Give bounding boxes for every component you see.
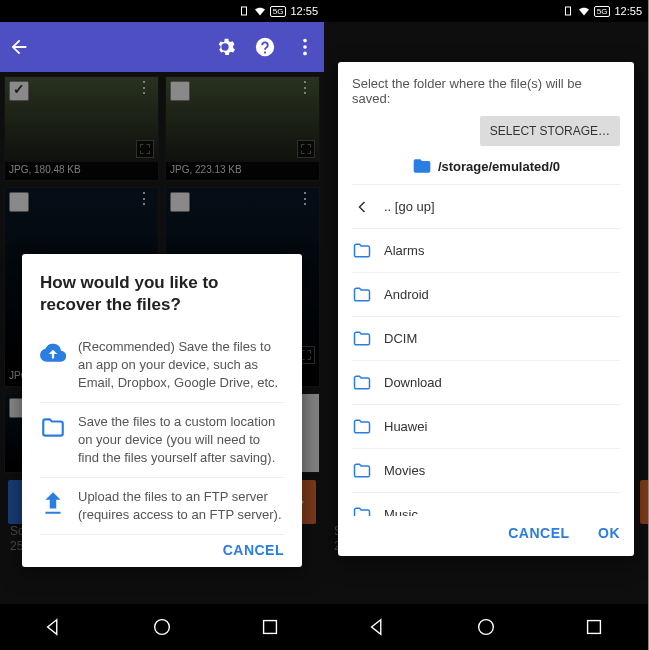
left-screen: 5G 12:55 ⋮JPG, 180.48 KB ⋮JPG, 223.13 KB…	[0, 0, 324, 650]
nav-back-icon[interactable]	[43, 616, 65, 638]
vibrate-icon	[562, 5, 574, 17]
folder-icon	[352, 373, 372, 393]
folder-item[interactable]: Android	[352, 273, 620, 317]
folder-icon	[352, 329, 372, 349]
folder-icon	[352, 285, 372, 305]
chevron-left-icon	[352, 197, 372, 217]
nav-recent-icon[interactable]	[259, 616, 281, 638]
folder-item[interactable]: Alarms	[352, 229, 620, 273]
toolbar	[0, 22, 324, 72]
recover-option-custom[interactable]: Save the files to a custom location on y…	[40, 403, 284, 478]
nav-recent-icon[interactable]	[583, 616, 605, 638]
recover-option-ftp[interactable]: Upload the files to an FTP server (requi…	[40, 478, 284, 535]
recover-options-dialog: How would you like to recover the files?…	[22, 254, 302, 567]
cancel-button[interactable]: CANCEL	[223, 542, 284, 558]
svg-point-3	[155, 620, 170, 635]
status-bar: 5G 12:55	[324, 0, 648, 22]
dialog-title: How would you like to recover the files?	[40, 272, 284, 316]
folder-label: Movies	[384, 463, 425, 478]
svg-rect-6	[588, 621, 601, 634]
help-icon[interactable]	[254, 36, 276, 58]
recover-option-app[interactable]: (Recommended) Save the files to an app o…	[40, 328, 284, 403]
folder-label: Music	[384, 507, 418, 516]
option-text: (Recommended) Save the files to an app o…	[78, 338, 284, 392]
option-text: Save the files to a custom location on y…	[78, 413, 284, 467]
dialog-prompt: Select the folder where the file(s) will…	[352, 76, 620, 106]
network-badge: 5G	[594, 6, 611, 17]
folder-item[interactable]: Download	[352, 361, 620, 405]
folder-icon	[352, 461, 372, 481]
folder-item[interactable]: Huawei	[352, 405, 620, 449]
nav-bar	[0, 604, 324, 650]
ftp-upload-icon	[40, 490, 66, 516]
right-screen: 5G 12:55 Scan completed. 250 files found…	[324, 0, 648, 650]
folder-label: Download	[384, 375, 442, 390]
folder-label: Alarms	[384, 243, 424, 258]
folder-item[interactable]: Music	[352, 493, 620, 516]
go-up-label: .. [go up]	[384, 199, 435, 214]
folder-label: DCIM	[384, 331, 417, 346]
folder-label: Android	[384, 287, 429, 302]
clock: 12:55	[290, 5, 318, 17]
go-up-item[interactable]: .. [go up]	[352, 185, 620, 229]
wifi-icon	[254, 5, 266, 17]
svg-rect-4	[264, 621, 277, 634]
path-text: /storage/emulated/0	[438, 159, 560, 174]
clock: 12:55	[614, 5, 642, 17]
network-badge: 5G	[270, 6, 287, 17]
cancel-button[interactable]: CANCEL	[508, 525, 569, 541]
ok-button[interactable]: OK	[598, 525, 620, 541]
folder-label: Huawei	[384, 419, 427, 434]
folder-icon	[412, 156, 432, 176]
svg-point-2	[303, 52, 307, 56]
svg-point-5	[479, 620, 494, 635]
current-path: /storage/emulated/0	[352, 156, 620, 176]
dialog-button-row: CANCEL OK	[352, 516, 620, 542]
overflow-icon[interactable]	[294, 36, 316, 58]
gallery: Scan completed. 250 files found (16 igno…	[324, 22, 648, 604]
option-text: Upload the files to an FTP server (requi…	[78, 488, 284, 524]
folder-icon	[352, 241, 372, 261]
gallery: ⋮JPG, 180.48 KB ⋮JPG, 223.13 KB ⋮JPG, 26…	[0, 72, 324, 604]
cloud-upload-icon	[40, 340, 66, 366]
folder-item[interactable]: DCIM	[352, 317, 620, 361]
nav-home-icon[interactable]	[475, 616, 497, 638]
gear-icon[interactable]	[214, 36, 236, 58]
status-bar: 5G 12:55	[0, 0, 324, 22]
vibrate-icon	[238, 5, 250, 17]
folder-icon	[40, 415, 66, 441]
svg-point-0	[303, 39, 307, 43]
svg-point-1	[303, 45, 307, 49]
folder-icon	[352, 505, 372, 517]
folder-picker-dialog: Select the folder where the file(s) will…	[338, 62, 634, 556]
nav-back-icon[interactable]	[367, 616, 389, 638]
nav-home-icon[interactable]	[151, 616, 173, 638]
folder-item[interactable]: Movies	[352, 449, 620, 493]
folder-icon	[352, 417, 372, 437]
back-icon[interactable]	[8, 36, 30, 58]
select-storage-button[interactable]: SELECT STORAGE…	[480, 116, 620, 146]
nav-bar	[324, 604, 648, 650]
folder-list[interactable]: .. [go up] AlarmsAndroidDCIMDownloadHuaw…	[352, 184, 620, 516]
wifi-icon	[578, 5, 590, 17]
